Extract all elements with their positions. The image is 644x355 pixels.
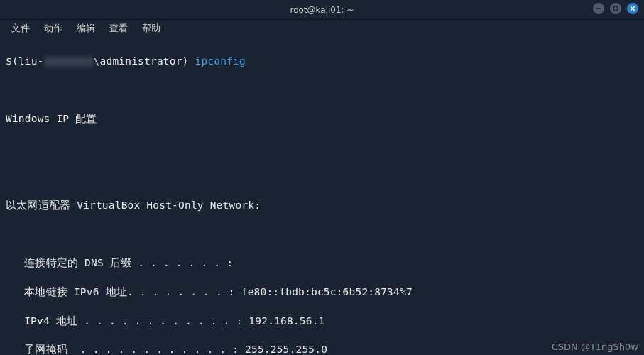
- adapter-title: 以太网适配器 VirtualBox Host-Only Network:: [6, 198, 638, 212]
- command-text: ipconfig: [195, 55, 245, 67]
- adapter-block-0: 以太网适配器 VirtualBox Host-Only Network: 连接特…: [6, 184, 638, 355]
- subnet-row: 子网掩码 . . . . . . . . . . . . : 255.255.2…: [6, 342, 638, 355]
- menu-help[interactable]: 帮助: [136, 21, 166, 36]
- menu-edit[interactable]: 编辑: [71, 21, 101, 36]
- output-header: Windows IP 配置: [6, 111, 638, 126]
- menu-view[interactable]: 查看: [104, 21, 133, 36]
- ipv4-row: IPv4 地址 . . . . . . . . . . . . : 192.16…: [6, 314, 638, 328]
- menubar: 文件 动作 编辑 查看 帮助: [0, 20, 644, 37]
- prompt-suffix: \administrator): [94, 55, 189, 67]
- prompt-line: $(liu-\administrator) ipconfig: [6, 54, 638, 68]
- menu-file[interactable]: 文件: [6, 21, 36, 36]
- watermark: CSDN @T1ngSh0w: [552, 342, 638, 352]
- redacted-text: [44, 57, 94, 67]
- close-button[interactable]: [627, 3, 638, 14]
- maximize-button[interactable]: [610, 3, 621, 14]
- window-titlebar: root@kali01: ~: [0, 0, 644, 20]
- dns-suffix-row: 连接特定的 DNS 后缀 . . . . . . . :: [6, 256, 638, 270]
- menu-actions[interactable]: 动作: [38, 21, 68, 36]
- prompt-prefix: $(liu-: [6, 55, 44, 67]
- window-controls: [593, 3, 638, 14]
- svg-point-1: [613, 6, 618, 11]
- window-title: root@kali01: ~: [290, 5, 354, 15]
- terminal-output[interactable]: $(liu-\administrator) ipconfig Windows I…: [0, 37, 644, 355]
- minimize-button[interactable]: [593, 3, 604, 14]
- ipv6-row: 本地链接 IPv6 地址. . . . . . . . : fe80::fbdb…: [6, 285, 638, 299]
